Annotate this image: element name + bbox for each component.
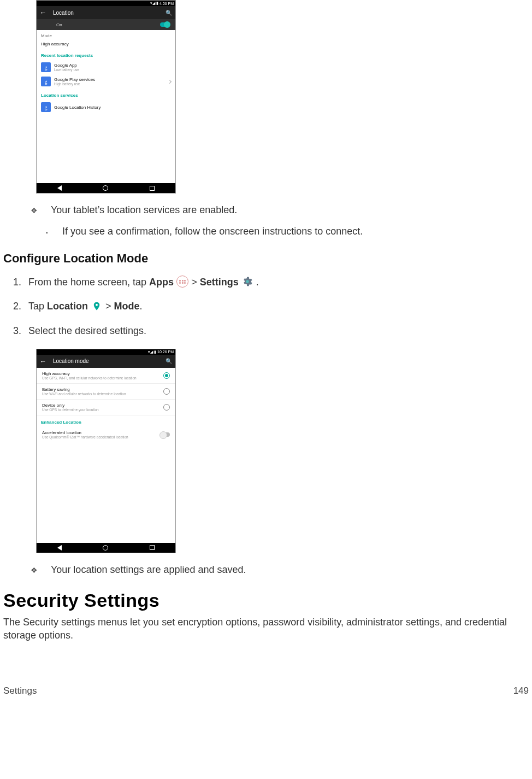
option-label: Device only bbox=[42, 403, 99, 408]
location-master-toggle-row[interactable]: On bbox=[37, 19, 175, 30]
enhanced-location-heading: Enhanced Location bbox=[37, 415, 175, 427]
option-sub: Use GPS to determine your location bbox=[42, 408, 99, 412]
result-bullet: ❖ Your location settings are applied and… bbox=[31, 564, 529, 576]
result-text: Your location settings are applied and s… bbox=[51, 564, 246, 576]
toggle-label: On bbox=[56, 22, 62, 27]
enhanced-label: Accelerated location bbox=[42, 430, 128, 435]
google-g-icon: g bbox=[41, 62, 51, 72]
recent-requests-heading: Recent location requests bbox=[37, 49, 175, 60]
footer-section-name: Settings bbox=[3, 686, 37, 696]
mode-row[interactable]: High accuracy bbox=[37, 39, 175, 49]
location-pin-icon bbox=[91, 300, 103, 312]
location-services-heading: Location services bbox=[37, 89, 175, 100]
toggle-switch-on[interactable] bbox=[160, 22, 170, 27]
radio-unselected-icon[interactable] bbox=[163, 388, 170, 395]
diamond-bullet-icon: ❖ bbox=[31, 566, 38, 575]
steps-list: From the home screen, tap Apps > Setting… bbox=[20, 277, 529, 337]
back-arrow-icon[interactable]: ← bbox=[40, 358, 46, 365]
service-label: Google Location History bbox=[54, 105, 101, 110]
search-icon[interactable]: 🔍 bbox=[165, 10, 172, 16]
status-time: 10:26 PM bbox=[157, 350, 174, 354]
configure-location-mode-heading: Configure Location Mode bbox=[3, 251, 529, 266]
nav-home-icon[interactable] bbox=[103, 545, 108, 550]
security-settings-paragraph: The Security settings menus let you set … bbox=[3, 616, 529, 642]
app-row-google-app[interactable]: g Google App Low battery use bbox=[37, 60, 175, 74]
mode-section-label: Mode bbox=[37, 30, 175, 39]
settings-gear-icon bbox=[241, 276, 253, 288]
google-g-icon: g bbox=[41, 102, 51, 112]
location-mode-screenshot: ▾◢ ▮ 10:26 PM ← Location mode 🔍 High acc… bbox=[36, 349, 176, 553]
appbar-title: Location mode bbox=[53, 358, 159, 364]
app-row-play-services[interactable]: g Google Play services High battery use bbox=[37, 74, 175, 89]
step-1: From the home screen, tap Apps > Setting… bbox=[24, 277, 529, 289]
toggle-switch-off[interactable] bbox=[160, 432, 170, 437]
service-row-location-history[interactable]: g Google Location History bbox=[37, 100, 175, 114]
android-nav-bar bbox=[37, 543, 175, 553]
option-sub: Use GPS, Wi-Fi, and cellular networks to… bbox=[42, 376, 137, 380]
status-bar: ▾◢ ▮ 10:26 PM bbox=[37, 349, 175, 355]
radio-selected-icon[interactable] bbox=[163, 372, 170, 379]
option-label: Battery saving bbox=[42, 387, 126, 392]
square-bullet-icon: ▪ bbox=[46, 230, 51, 236]
nav-recent-icon[interactable] bbox=[150, 545, 155, 550]
enhanced-sub: Use Qualcomm® IZat™ hardware accelerated… bbox=[42, 435, 128, 439]
page-footer: Settings 149 bbox=[0, 653, 532, 702]
footer-page-number: 149 bbox=[513, 686, 529, 696]
back-arrow-icon[interactable]: ← bbox=[40, 9, 46, 16]
step-3: Select the desired settings. bbox=[24, 325, 529, 337]
result-text: Your tablet’s location services are enab… bbox=[51, 204, 237, 216]
app-label: Google Play services bbox=[54, 77, 95, 82]
appbar-title: Location bbox=[53, 10, 159, 16]
radio-unselected-icon[interactable] bbox=[163, 404, 170, 411]
app-sub: High battery use bbox=[54, 82, 95, 86]
status-icons: ▾◢ ▮ bbox=[150, 1, 158, 5]
app-sub: Low battery use bbox=[54, 68, 79, 72]
app-bar: ← Location mode 🔍 bbox=[37, 355, 175, 368]
status-icons: ▾◢ ▮ bbox=[148, 350, 156, 354]
security-settings-heading: Security Settings bbox=[3, 590, 529, 611]
svg-point-1 bbox=[246, 280, 249, 284]
location-settings-screenshot: ▾◢ ▮ 4:06 PM ← Location 🔍 On Mode High a… bbox=[36, 0, 176, 194]
sub-bullet: ▪ If you see a confirmation, follow the … bbox=[46, 226, 529, 237]
android-nav-bar bbox=[37, 183, 175, 193]
mode-option-battery-saving[interactable]: Battery saving Use Wi-Fi and cellular ne… bbox=[37, 384, 175, 399]
mode-option-device-only[interactable]: Device only Use GPS to determine your lo… bbox=[37, 400, 175, 415]
nav-recent-icon[interactable] bbox=[150, 186, 155, 191]
nav-back-icon[interactable] bbox=[57, 185, 62, 191]
mode-value: High accuracy bbox=[41, 42, 69, 46]
nav-back-icon[interactable] bbox=[57, 545, 62, 550]
status-time: 4:06 PM bbox=[159, 2, 174, 5]
apps-icon bbox=[176, 276, 188, 288]
app-label: Google App bbox=[54, 63, 79, 68]
option-label: High accuracy bbox=[42, 371, 137, 376]
status-bar: ▾◢ ▮ 4:06 PM bbox=[37, 1, 175, 6]
step-2: Tap Location > Mode. bbox=[24, 301, 529, 313]
svg-point-2 bbox=[96, 303, 98, 306]
mode-option-high-accuracy[interactable]: High accuracy Use GPS, Wi-Fi, and cellul… bbox=[37, 368, 175, 383]
nav-home-icon[interactable] bbox=[103, 185, 108, 191]
search-icon[interactable]: 🔍 bbox=[165, 358, 172, 364]
diamond-bullet-icon: ❖ bbox=[31, 206, 38, 215]
sub-bullet-text: If you see a confirmation, follow the on… bbox=[62, 226, 363, 237]
google-g-icon: g bbox=[41, 77, 51, 86]
enhanced-accelerated-row[interactable]: Accelerated location Use Qualcomm® IZat™… bbox=[37, 427, 175, 442]
result-bullet: ❖ Your tablet’s location services are en… bbox=[31, 204, 529, 216]
app-bar: ← Location 🔍 bbox=[37, 6, 175, 19]
option-sub: Use Wi-Fi and cellular networks to deter… bbox=[42, 392, 126, 396]
